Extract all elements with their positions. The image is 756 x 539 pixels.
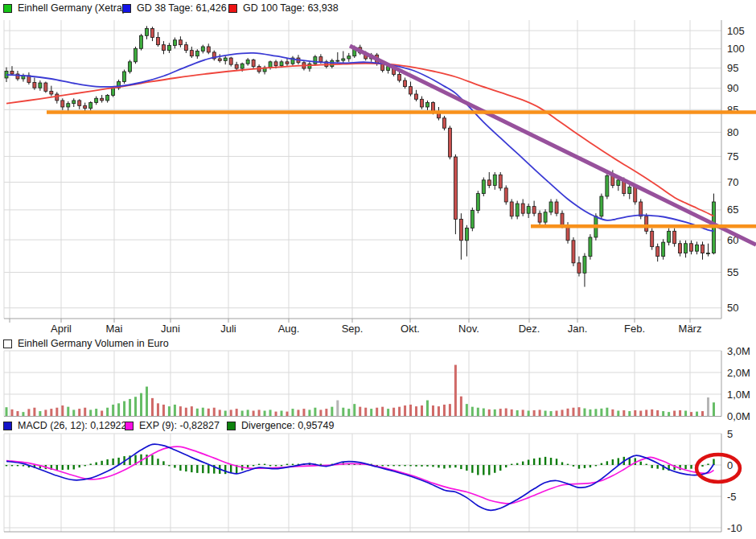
candle: [572, 241, 575, 263]
volume-bar: [55, 408, 58, 416]
legend-item-macd: MACD (26, 12): 0,12922: [3, 419, 127, 432]
divergence-bar: [6, 465, 7, 466]
candle: [398, 74, 401, 80]
macd-line: [6, 444, 714, 510]
divergence-bar: [656, 465, 658, 469]
volume-bar: [275, 412, 277, 416]
candle: [156, 38, 159, 45]
candle: [493, 175, 496, 185]
divergence-bar: [421, 465, 422, 467]
candle: [549, 202, 553, 212]
divergence-bar: [550, 458, 552, 465]
candle: [319, 57, 323, 62]
divergence-bar: [174, 465, 175, 468]
legend-label-gd100: GD 100 Tage: 63,938: [243, 2, 339, 14]
volume-bar: [381, 407, 384, 416]
candle: [634, 187, 637, 202]
volume-bar: [364, 408, 367, 416]
volume-bar: [370, 409, 372, 416]
volume-bar: [302, 409, 305, 416]
candle: [61, 101, 64, 107]
candle: [656, 247, 659, 257]
divergence-bar: [56, 465, 58, 470]
candle: [67, 104, 70, 107]
series-swatch-gd38: [122, 4, 131, 13]
candle: [167, 46, 171, 51]
candle: [146, 28, 149, 35]
candle: [39, 83, 42, 88]
divergence-bar: [471, 465, 473, 473]
volume-bar: [488, 409, 491, 416]
volume-bar: [84, 408, 86, 416]
volume-bar: [622, 410, 625, 416]
volume-bar: [522, 409, 524, 416]
stock-chart-canvas: 10510095908580757065605550AprilMaiJuniJu…: [0, 0, 756, 539]
divergence-bar: [191, 465, 192, 472]
divergence-bar: [68, 465, 69, 470]
candle: [240, 64, 244, 68]
volume-bar: [499, 409, 502, 416]
divergence-bar: [454, 465, 456, 467]
trendline: [350, 46, 756, 245]
volume-bar: [207, 409, 210, 416]
divergence-bar: [684, 465, 686, 469]
candle: [252, 60, 255, 66]
divergence-bar: [573, 465, 574, 467]
candle: [482, 180, 485, 194]
volume-bar: [589, 409, 591, 416]
svg-text:55: 55: [727, 266, 738, 278]
volume-bar: [10, 409, 13, 416]
volume-bar: [404, 405, 406, 416]
legend-label-exp: EXP (9): -0,82827: [139, 419, 220, 432]
divergence-bar: [561, 462, 563, 465]
candle: [442, 118, 446, 128]
candle: [679, 244, 682, 253]
candle: [106, 96, 109, 101]
divergence-bar: [230, 465, 232, 473]
volume-bar: [438, 406, 440, 416]
candle: [527, 207, 530, 214]
divergence-bar: [544, 457, 546, 465]
divergence-bar: [590, 465, 591, 467]
divergence-bar: [533, 459, 535, 465]
volume-bar: [668, 412, 670, 416]
divergence-bar: [253, 465, 254, 466]
divergence-bar: [23, 465, 24, 467]
volume-bar: [336, 401, 339, 416]
divergence-bar: [640, 462, 642, 465]
legend-label-divergence: Divergence: 0,95749: [241, 419, 334, 432]
svg-text:-10: -10: [727, 522, 742, 534]
candle: [218, 59, 221, 60]
volume-bar: [16, 411, 18, 416]
legend-label-gd38: GD 38 Tage: 61,426: [137, 2, 227, 14]
volume-bar: [213, 408, 216, 416]
candle: [162, 45, 165, 51]
volume-bar: [701, 411, 704, 416]
candle: [426, 103, 429, 107]
divergence-bar: [17, 465, 18, 466]
volume-bar: [628, 411, 631, 416]
candle: [476, 194, 479, 211]
volume-bar: [561, 409, 564, 416]
volume-bar: [95, 409, 97, 416]
candle: [504, 188, 507, 202]
legend-item-gd38: GD 38 Tage: 61,426: [122, 2, 227, 14]
candle: [33, 83, 36, 88]
volume-bar: [539, 409, 541, 416]
divergence-bar: [460, 465, 462, 469]
candle: [645, 216, 648, 232]
candle: [201, 47, 204, 51]
candle: [224, 58, 227, 60]
volume-bar: [253, 411, 255, 416]
divergence-bar: [438, 465, 439, 467]
divergence-bar: [101, 461, 102, 465]
series-swatch-price: [3, 4, 12, 13]
divergence-bar: [286, 464, 288, 465]
candle: [195, 51, 199, 56]
candle: [499, 175, 502, 188]
volume-bar: [44, 409, 47, 416]
volume-bar: [50, 409, 52, 416]
divergence-bar: [595, 465, 597, 466]
svg-text:2,0M: 2,0M: [727, 367, 750, 379]
volume-bar: [106, 408, 109, 416]
